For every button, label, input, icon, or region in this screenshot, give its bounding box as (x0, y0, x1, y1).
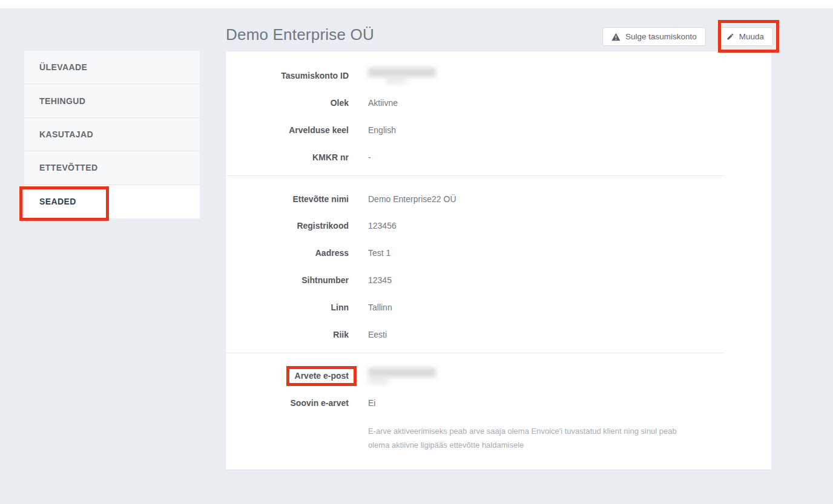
field-row: Soovin e-arvetEi (226, 390, 771, 417)
field-label: Olek (226, 98, 349, 108)
field-label: Sihtnumber (226, 275, 349, 285)
field-label: Linn (226, 303, 349, 312)
edit-button-label: Muuda (739, 32, 764, 41)
field-value: Tallinn (368, 303, 392, 312)
page-header: Demo Enterprise OÜ Sulge tasumiskonto (226, 0, 771, 51)
sidebar-item-ettevotted[interactable]: ETTEVÕTTED (24, 151, 200, 185)
field-row: RiikEesti (226, 321, 771, 348)
field-row: Ettevõtte nimiDemo Enterprise22 OÜ (226, 185, 771, 212)
field-label: Ettevõtte nimi (226, 194, 349, 204)
field-label: Aadress (226, 248, 349, 258)
section-divider (226, 353, 725, 353)
sidebar-item-tehingud[interactable]: TEHINGUD (24, 84, 200, 117)
field-row: LinnTallinn (226, 293, 771, 321)
note-row: E-arve aktiveerimiseks peab arve saaja o… (226, 424, 771, 452)
field-value: - (368, 152, 371, 162)
field-value: 123456 (368, 221, 397, 231)
field-value: Test 1 (368, 248, 390, 258)
field-row: Arvelduse keelEnglish (226, 117, 771, 144)
field-row: OlekAktiivne (226, 90, 771, 117)
field-value: Aktiivne (368, 98, 398, 108)
details-card: Tasumiskonto IDOlekAktiivneArvelduse kee… (226, 51, 771, 470)
field-label: Soovin e-arvet (226, 398, 349, 408)
details-form: Tasumiskonto IDOlekAktiivneArvelduse kee… (226, 62, 771, 452)
redacted-value (368, 68, 436, 83)
field-value: English (368, 125, 396, 135)
pencil-icon (726, 33, 734, 41)
header-buttons: Sulge tasumiskonto Muuda (602, 27, 773, 46)
edit-button[interactable]: Muuda (717, 27, 773, 46)
field-label: Arvete e-post (226, 371, 349, 381)
field-value: Ei (368, 398, 375, 408)
close-account-button[interactable]: Sulge tasumiskonto (602, 27, 706, 46)
field-row: AadressTest 1 (226, 240, 771, 267)
field-label: KMKR nr (226, 152, 349, 162)
sidebar-item-seaded[interactable]: SEADED (24, 185, 200, 218)
field-row: KMKR nr- (226, 143, 771, 171)
page-title: Demo Enterprise OÜ (226, 25, 374, 44)
section-divider (226, 175, 725, 176)
sidebar-item-kasutajad[interactable]: KASUTAJAD (24, 118, 200, 151)
field-value: Demo Enterprise22 OÜ (368, 194, 456, 204)
field-value: Eesti (368, 330, 387, 339)
main-panel: Demo Enterprise OÜ Sulge tasumiskonto (226, 0, 771, 51)
field-label: Registrikood (226, 221, 349, 231)
field-row: Arvete e-post (226, 362, 771, 390)
sidebar: ÜLEVAADETEHINGUDKASUTAJADETTEVÕTTEDSEADE… (24, 51, 200, 218)
sidebar-item-ulevaade[interactable]: ÜLEVAADE (24, 51, 200, 84)
warning-icon (611, 33, 621, 41)
redacted-value (368, 368, 436, 384)
close-account-button-label: Sulge tasumiskonto (625, 32, 697, 41)
field-label: Tasumiskonto ID (226, 71, 349, 80)
field-label: Arvelduse keel (226, 125, 349, 135)
field-value: 12345 (368, 275, 392, 285)
field-row: Registrikood123456 (226, 212, 771, 240)
e-invoice-note: E-arve aktiveerimiseks peab arve saaja o… (368, 424, 683, 452)
field-row: Tasumiskonto ID (226, 62, 771, 90)
field-row: Sihtnumber12345 (226, 267, 771, 294)
field-label: Riik (226, 330, 349, 339)
